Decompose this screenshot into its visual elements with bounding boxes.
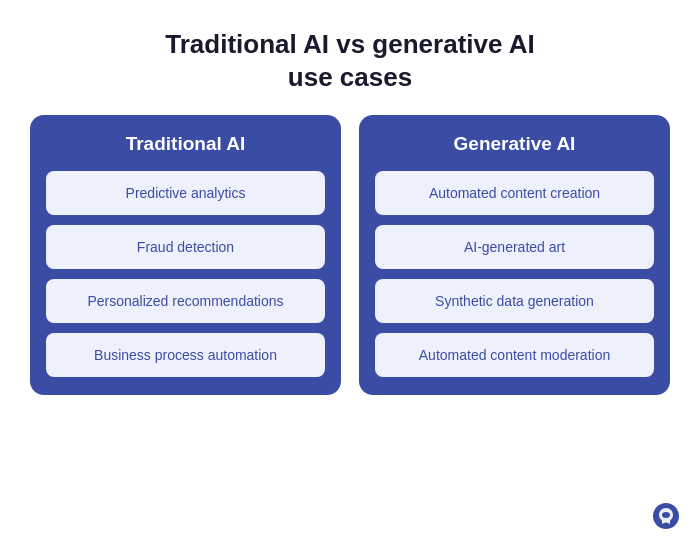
- list-item: Predictive analytics: [46, 171, 325, 215]
- traditional-ai-header: Traditional AI: [126, 133, 246, 155]
- list-item: Fraud detection: [46, 225, 325, 269]
- list-item: AI-generated art: [375, 225, 654, 269]
- comparison-columns: Traditional AI Predictive analytics Frau…: [0, 115, 700, 395]
- traditional-ai-column: Traditional AI Predictive analytics Frau…: [30, 115, 341, 395]
- list-item: Business process automation: [46, 333, 325, 377]
- list-item: Automated content creation: [375, 171, 654, 215]
- generative-ai-column: Generative AI Automated content creation…: [359, 115, 670, 395]
- generative-ai-header: Generative AI: [454, 133, 576, 155]
- page-title: Traditional AI vs generative AI use case…: [165, 28, 534, 93]
- svg-point-1: [662, 512, 670, 518]
- list-item: Synthetic data generation: [375, 279, 654, 323]
- list-item: Automated content moderation: [375, 333, 654, 377]
- list-item: Personalized recommendations: [46, 279, 325, 323]
- logo: [652, 502, 680, 534]
